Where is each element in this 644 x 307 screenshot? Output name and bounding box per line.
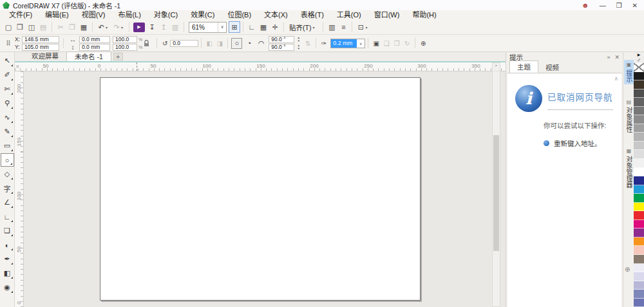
color-swatch[interactable] [634,80,644,89]
drop-shadow-tool[interactable]: ❏ [1,224,14,237]
start-angle-field[interactable]: 90.0 ° [269,36,294,43]
document-page[interactable] [100,77,421,301]
menu-text[interactable]: 文本(X) [258,10,294,20]
paste-icon[interactable]: ▦ [78,21,90,33]
menu-view[interactable]: 视图(V) [75,10,112,20]
menu-help[interactable]: 帮助(H) [406,10,442,20]
vertical-ruler[interactable]: 200 150 100 50 0 [15,71,24,307]
color-swatch[interactable] [634,264,644,273]
text-tool[interactable]: 字 [1,181,14,195]
scale-x-field[interactable]: 100.0 [113,36,137,43]
view-options-icon[interactable]: ≡ [337,21,349,33]
end-angle-field[interactable]: 90.0 ° [269,44,294,51]
zoom-level-combo[interactable]: 61% ∨ [189,22,227,33]
artistic-media-tool[interactable]: ✎ [1,125,14,138]
color-swatch[interactable] [634,124,644,133]
docker-close-icon[interactable]: ✕ [614,54,620,60]
outline-width-value[interactable]: 0.2 mm [331,39,357,48]
y-position-field[interactable]: 105.0 mm [22,44,59,51]
connector-tool[interactable]: ∟ [1,210,14,223]
hints-action-row[interactable]: 重新键入地址。 [544,138,601,148]
color-swatch[interactable] [634,185,644,194]
lock-ratio-icon[interactable] [144,40,154,47]
color-swatch[interactable] [634,220,644,229]
outline-width-combo[interactable]: 0.2 mm ∨ [330,39,365,48]
ruler-origin-icon[interactable]: ⌗ [16,64,19,70]
menu-table[interactable]: 表格(T) [294,10,330,20]
tab-untitled-1[interactable]: 未命名 -1 [66,51,111,61]
end-angle-spinner[interactable]: ▴▾ [296,44,301,50]
color-swatch[interactable] [634,299,644,307]
import-icon[interactable]: ↧ [146,21,158,33]
application-launcher-caret-icon[interactable]: ▾ [365,25,370,30]
options-icon[interactable]: ▥ [326,21,337,33]
color-swatch[interactable] [634,272,644,281]
color-swatch[interactable] [634,246,644,255]
color-swatch[interactable] [634,133,644,142]
color-swatch[interactable] [634,281,644,290]
close-button[interactable]: ✕ [632,2,638,9]
freehand-tool[interactable]: ∿ [1,111,14,124]
color-swatch[interactable] [634,72,644,81]
color-swatch[interactable] [634,203,644,212]
new-document-tab-button[interactable]: + [113,53,123,60]
palette-flyout-icon[interactable]: ▶ [634,52,644,57]
menu-bitmaps[interactable]: 位图(B) [221,10,258,20]
color-swatch[interactable] [634,255,644,264]
restore-button[interactable]: ❐ [616,2,622,9]
tab-welcome-screen[interactable]: 欢迎屏幕 [24,51,66,61]
color-swatch[interactable] [634,176,644,185]
search-content-icon[interactable]: ▶ [133,23,145,32]
color-swatch[interactable] [634,89,644,98]
zoom-tool[interactable]: ⚲ [1,97,14,110]
quick-customize-icon[interactable]: ⊕ [418,40,428,47]
color-swatch[interactable] [634,194,644,203]
no-color-swatch[interactable] [634,63,644,72]
show-rulers-icon[interactable]: ∟ [246,21,258,33]
hints-action-link[interactable]: 重新键入地址。 [554,138,601,148]
color-swatch[interactable] [634,159,644,168]
hints-tab-video[interactable]: 视频 [538,62,566,73]
arc-mode-button[interactable]: ◠ [256,38,267,49]
menu-effects[interactable]: 效果(C) [184,10,221,20]
rectangle-tool[interactable]: ▭ [1,139,14,153]
color-swatch[interactable] [634,290,644,299]
docker-add-icon[interactable]: ⊕ [625,266,630,273]
rotation-angle-field[interactable]: 0.0 [170,40,198,47]
dimension-tool[interactable]: ∠ [1,196,14,209]
drawing-canvas[interactable] [24,71,492,307]
transparency-tool[interactable]: ◐ [1,238,14,252]
menu-window[interactable]: 窗口(W) [368,10,406,20]
color-swatch[interactable] [634,115,644,124]
save-icon[interactable]: ◫ [26,21,37,33]
menu-object[interactable]: 对象(C) [147,10,184,20]
vertical-scrollbar[interactable]: ⌃ [492,62,500,307]
color-swatch[interactable] [634,237,644,247]
color-swatch[interactable] [634,107,644,116]
wrap-text-icon[interactable]: ▣ [371,40,381,47]
object-height-field[interactable]: 0.0 mm [79,44,110,51]
start-angle-spinner[interactable]: ▴▾ [296,36,301,42]
menu-layout[interactable]: 布局(L) [111,10,147,20]
smart-fill-tool[interactable]: ◉ [1,281,14,294]
eyedropper-tool[interactable]: ✒ [1,252,14,266]
docker-tab-object-manager[interactable]: ▦ 对象管理器 [624,146,634,190]
menu-edit[interactable]: 编辑(E) [39,10,75,20]
show-guidelines-icon[interactable]: ✛ [269,21,281,33]
palette-pen-icon[interactable]: ✐ [634,57,644,63]
menu-tools[interactable]: 工具(O) [330,10,368,20]
color-swatch[interactable] [634,168,644,177]
docker-collapse-icon[interactable]: » [607,54,610,60]
show-grid-icon[interactable]: ▦ [258,21,269,33]
scroll-up-button[interactable]: ⌃ [493,63,500,71]
shape-tool[interactable]: ✐ [1,68,14,82]
color-swatch[interactable] [634,142,644,151]
snap-to-button[interactable]: 贴齐(T) ▾ [287,23,320,32]
docker-tab-object-properties[interactable]: ▤ 对象属性 [624,97,634,135]
color-swatch[interactable] [634,228,644,237]
docker-tab-hints[interactable]: ▣ 提示 [624,60,634,84]
polygon-tool[interactable]: ◇ [1,167,14,181]
crop-tool[interactable]: ✄ [1,82,14,96]
pie-mode-button[interactable]: ◔ [243,38,254,49]
fullscreen-preview-icon[interactable]: ⊞ [229,21,240,33]
